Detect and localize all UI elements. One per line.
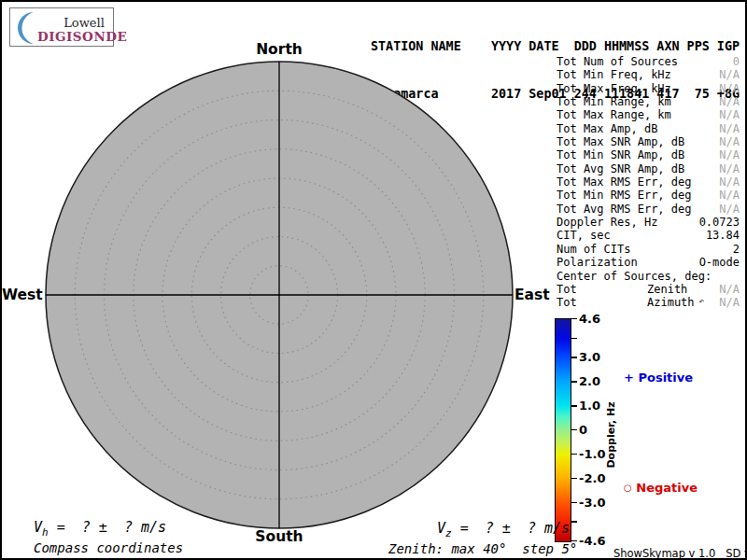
colorbar-tick-label: -3.0 — [579, 496, 605, 510]
doppler-colorbar-gradient — [555, 318, 571, 542]
colorbar-tick — [571, 429, 577, 430]
stats-panel: Tot Num of Sources0Tot Min Freq, kHzN/AT… — [557, 55, 740, 310]
stat-row: Tot Min RMS Err, degN/A — [557, 189, 740, 202]
zenith-range-note: Zenith: max 40° step 5° — [388, 541, 577, 556]
compass-label-south: South — [242, 528, 317, 545]
showskymap-window: Lowell DIGISONDE STATION NAME YYYY DATE … — [0, 0, 747, 560]
doppler-colorbar-title: Doppler, Hz — [605, 401, 617, 468]
stat-row: Tot Avg RMS Err, degN/A — [557, 203, 740, 216]
stat-row: Tot Max Freq, kHzN/A — [557, 82, 740, 95]
plus-marker-icon: + — [624, 371, 634, 385]
stat-row: Tot Max Amp, dBN/A — [557, 122, 740, 135]
colorbar-tick — [571, 502, 577, 503]
colorbar-tick — [571, 454, 577, 455]
stat-row: TotAzimuth↶N/A — [557, 296, 740, 309]
stat-row: Tot Max Range, kmN/A — [557, 108, 740, 121]
legend-negative-label: Negative — [636, 481, 698, 495]
legend-positive-label: Positive — [638, 371, 693, 385]
compass-label-north: North — [242, 41, 317, 58]
stat-row: Tot Max RMS Err, degN/A — [557, 175, 740, 189]
stat-row: Tot Min Range, kmN/A — [557, 95, 740, 108]
colorbar-tick-label: -4.6 — [579, 534, 605, 548]
coordinates-note: Compass coordinates — [34, 540, 183, 555]
colorbar-tick — [571, 478, 577, 479]
colorbar-tick — [571, 405, 577, 406]
vh-velocity-readout: Vh = ? ± ? m/s — [34, 519, 166, 539]
stat-row: PolarizationO-mode — [557, 256, 740, 269]
stat-row: Tot Num of Sources0 — [557, 55, 740, 68]
stat-row: Center of Sources, deg: — [557, 270, 740, 283]
stat-row: Tot Avg SNR Amp, dBN/A — [557, 162, 740, 175]
stat-row: CIT, sec13.84 — [557, 229, 740, 242]
version-line: ShowSkymap v 1.0 SD v 4.2 — [613, 547, 747, 560]
circle-marker-icon: ○ — [624, 483, 632, 493]
compass-label-west: West — [2, 287, 42, 303]
cursor-icon: ↶ — [698, 295, 704, 308]
colorbar-tick-label: 2.0 — [579, 374, 600, 388]
stat-row: Tot Min SNR Amp, dBN/A — [557, 148, 740, 161]
colorbar-tick-label: -2.0 — [579, 471, 605, 485]
colorbar-tick-label: -1.0 — [579, 447, 605, 461]
colorbar-tick — [571, 338, 577, 339]
vz-velocity-readout: Vz = ? ± ? m/s — [437, 520, 570, 539]
stat-row: TotZenithN/A — [557, 283, 740, 296]
stat-row: Tot Max SNR Amp, dBN/A — [557, 135, 740, 148]
colorbar-tick-label: 3.0 — [579, 350, 600, 364]
legend-negative: ○ Negative — [624, 481, 698, 495]
colorbar-tick — [571, 521, 577, 522]
legend-positive: + Positive — [624, 371, 693, 385]
colorbar-tick — [571, 318, 577, 319]
stat-row: Doppler Res, Hz0.0723 — [557, 216, 740, 229]
colorbar-tick-label: 1.0 — [579, 399, 600, 413]
colorbar-tick-label: 0 — [579, 423, 587, 437]
colorbar-tick — [571, 357, 577, 357]
colorbar-tick — [571, 381, 577, 382]
colorbar-tick-label: 4.6 — [579, 312, 600, 326]
stat-row: Num of CITs2 — [557, 243, 740, 256]
stat-row: Tot Min Freq, kHzN/A — [557, 68, 740, 81]
